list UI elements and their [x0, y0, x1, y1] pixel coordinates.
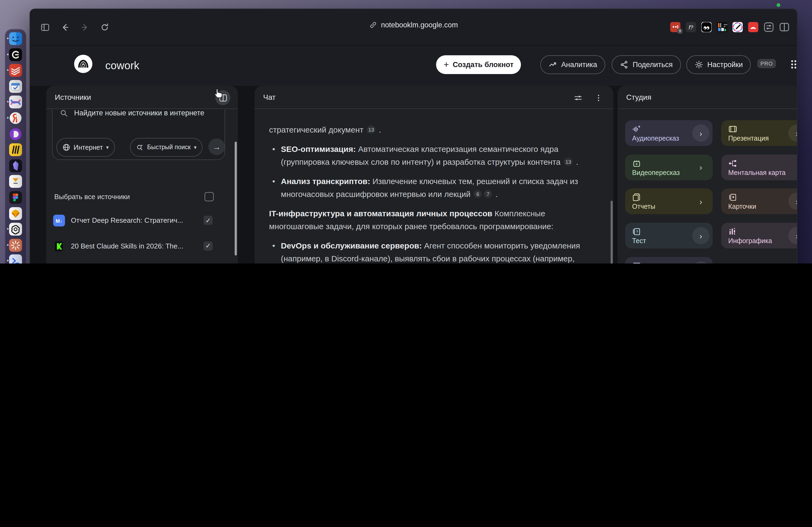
chevron-right-icon[interactable]: › [788, 124, 798, 142]
studio-card-quiz[interactable]: ?Тест› [625, 223, 713, 249]
source-title: Отчет Deep Research: Стратегич... [71, 216, 200, 224]
studio-card-infographic[interactable]: Инфографика› [721, 223, 798, 249]
gear-icon [694, 60, 704, 69]
sidebar-toggle-icon[interactable] [40, 22, 50, 32]
red-dots-extension-icon[interactable]: 9 [670, 22, 680, 32]
toggles-button-icon[interactable] [764, 22, 774, 32]
color-picker-extension-icon[interactable] [733, 22, 743, 32]
dock-item-sketch[interactable] [9, 207, 22, 220]
scope-dropdown[interactable]: Интернет ▾ [56, 138, 115, 157]
chevron-right-icon[interactable]: › [788, 193, 798, 210]
reload-button-icon[interactable] [100, 22, 110, 32]
dock-item-yandex-browser[interactable] [9, 111, 22, 124]
flashcards-icon [728, 193, 737, 202]
submit-search-button[interactable]: → [208, 138, 225, 155]
dock-item-todoist[interactable] [9, 64, 22, 77]
dock-item-claude[interactable] [9, 239, 22, 252]
eyes-extension-icon[interactable] [701, 22, 712, 32]
search-mode-value: Быстрый поиск [147, 144, 191, 151]
source-checkbox[interactable]: ✓ [204, 216, 213, 225]
running-indicator-dot [7, 69, 9, 71]
studio-card-audio-overview[interactable]: Аудиопересказ› [625, 120, 713, 146]
chevron-right-icon[interactable]: › [692, 124, 709, 142]
studio-card-label: Видеопересказ [632, 169, 680, 176]
citation-chip[interactable]: 13 [367, 125, 376, 134]
notebook-title[interactable]: cowork [105, 60, 139, 72]
chevron-down-icon: ▾ [194, 144, 197, 150]
sources-panel: Источники Найдите новые источники в инте… [46, 86, 238, 264]
recording-indicator-dot [777, 3, 780, 7]
running-indicator-dot [7, 244, 9, 246]
studio-card-flashcards[interactable]: Карточки› [721, 189, 798, 214]
extension-badge: 9 [677, 28, 683, 34]
chevron-right-icon[interactable]: › [692, 193, 709, 210]
forward-button-icon[interactable] [80, 22, 90, 32]
source-list-item[interactable]: 5 Real Claude Project Examples A...✓ [46, 259, 238, 264]
dock-item-ribbons-app[interactable] [9, 96, 22, 109]
analytics-button[interactable]: Аналитика [540, 55, 605, 74]
chevron-right-icon[interactable]: › [692, 261, 709, 264]
running-indicator-dot [7, 54, 9, 55]
dock-item-miro[interactable] [9, 143, 22, 156]
dock-item-chatgpt[interactable] [9, 223, 22, 236]
chat-messages[interactable]: стратегический документ 13 .SEO-оптимиза… [255, 109, 613, 264]
citation-chip[interactable]: 7 [484, 190, 492, 198]
google-apps-grid-icon[interactable] [787, 56, 798, 73]
chevron-right-icon[interactable]: › [692, 159, 709, 176]
share-icon [620, 60, 629, 69]
dock-item-finder[interactable] [9, 32, 22, 45]
globe-icon [62, 143, 70, 151]
studio-card-presentation[interactable]: Презентация› [721, 120, 798, 146]
html-to-design-extension-icon[interactable]: htmlto [717, 22, 727, 32]
chevron-right-icon[interactable]: › [788, 227, 798, 244]
infographic-icon [728, 227, 737, 236]
studio-card-data-table[interactable]: Таблица данных› [625, 257, 713, 264]
desktop: G notebooklm.google.com 9f?htmlto [0, 0, 812, 264]
studio-card-label: Презентация [728, 135, 769, 142]
chat-scrollbar[interactable] [611, 201, 613, 264]
kick-source-icon [53, 240, 65, 252]
source-list-item[interactable]: M↓Отчет Deep Research: Стратегич...✓ [46, 208, 238, 233]
chat-settings-icon[interactable] [570, 90, 585, 105]
running-indicator-dot [7, 101, 9, 103]
notebooklm-logo-icon[interactable] [74, 55, 92, 73]
back-button-icon[interactable] [60, 22, 70, 32]
chat-message-block: IT-инфраструктура и автоматизация личных… [269, 207, 585, 233]
chevron-right-icon[interactable]: › [692, 227, 709, 244]
source-list-item[interactable]: 20 Best Claude Skills in 2026: The...✓ [46, 234, 238, 258]
dock-item-black-c-app[interactable] [9, 48, 22, 61]
select-all-checkbox[interactable] [205, 192, 214, 201]
settings-button[interactable]: Настройки [686, 55, 751, 74]
chat-more-menu-icon[interactable] [591, 90, 606, 105]
studio-card-video-overview[interactable]: Видеопересказ› [625, 154, 713, 180]
dock-item-calendar-check-app[interactable] [9, 80, 22, 93]
share-button[interactable]: Поделиться [612, 55, 681, 74]
sources-scrollbar[interactable] [235, 142, 237, 255]
address-bar[interactable]: notebooklm.google.com [369, 21, 458, 29]
citation-chip[interactable]: 6 [474, 190, 482, 198]
create-notebook-button[interactable]: + Создать блокнот [436, 55, 521, 74]
link-icon [369, 21, 377, 29]
browser-window: notebooklm.google.com 9f?htmlto cowork +… [30, 9, 798, 264]
fontanello-extension-icon[interactable]: f? [686, 22, 696, 32]
dock-item-pencil-app[interactable] [9, 175, 22, 188]
studio-card-reports[interactable]: Отчеты› [625, 189, 713, 214]
studio-card-label: Тест [632, 237, 646, 245]
pro-plan-badge: PRO [757, 59, 776, 68]
sources-scroll-area[interactable]: Найдите новые источники в интернете Инте… [46, 109, 238, 264]
dock-item-purple-d-app[interactable] [9, 127, 22, 140]
dock-item-obsidian[interactable] [9, 160, 22, 172]
sparkle-search-icon [136, 143, 144, 151]
citation-chip[interactable]: 13 [564, 158, 573, 166]
split-view-button-icon[interactable] [779, 22, 789, 32]
dock-item-figma[interactable] [9, 191, 22, 204]
source-checkbox[interactable]: ✓ [204, 241, 213, 250]
studio-panel-title: Студия [626, 93, 651, 102]
extensions-row: 9f?htmlto [670, 22, 789, 32]
chat-message-block: SEO-оптимизация: Автоматическая кластери… [269, 143, 585, 168]
dock-item-blue-terminal[interactable] [9, 255, 22, 264]
red-arc-extension-icon[interactable] [748, 22, 758, 32]
studio-card-mind-map[interactable]: Ментальная карта [721, 154, 798, 180]
svg-text:to: to [724, 26, 726, 27]
search-mode-dropdown[interactable]: Быстрый поиск ▾ [130, 138, 202, 157]
